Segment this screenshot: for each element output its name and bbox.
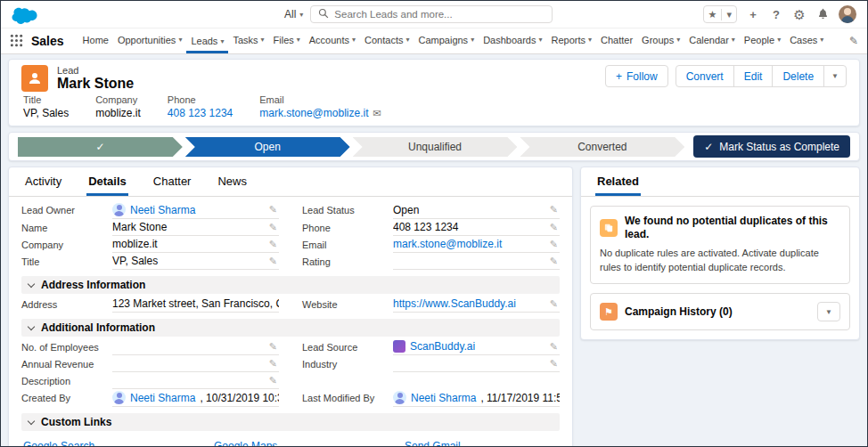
follow-button[interactable]: +Follow [605,65,668,87]
phone-link[interactable]: 408 123 1234 [168,107,233,119]
search-scope-dropdown[interactable]: All ▾ [284,8,303,20]
notifications-bell-icon[interactable] [815,8,830,21]
chevron-down-icon: ▾ [732,36,735,44]
nav-item-cases[interactable]: Cases▾ [785,28,828,54]
edit-pencil-icon[interactable]: ✎ [269,240,277,249]
edit-button[interactable]: Edit [733,65,774,87]
detail-tabs: Activity Details Chatter News [9,167,572,197]
nav-item-tasks[interactable]: Tasks▾ [228,28,268,54]
field-company: Company moblize.it✎ [21,238,279,253]
email-link[interactable]: mark.stone@moblize.it [393,238,502,250]
created-by-link[interactable]: Neeti Sharma [130,392,195,404]
section-custom-links[interactable]: Custom Links [21,413,560,431]
google-search-link[interactable]: Google Search [23,440,214,447]
edit-pencil-icon[interactable]: ✎ [269,342,277,352]
nav-item-reports[interactable]: Reports▾ [546,28,596,54]
edit-pencil-icon[interactable]: ✎ [550,256,558,266]
campaign-history-dropdown-button[interactable]: ▼ [817,302,840,321]
nav-item-dashboards[interactable]: Dashboards▾ [479,28,546,54]
edit-pencil-icon[interactable]: ✎ [550,223,558,232]
path-stage-open[interactable]: Open [185,137,350,157]
created-date: , 10/31/2019 10:37 PM [200,392,279,404]
google-maps-link[interactable]: Google Maps [214,440,405,447]
edit-pencil-icon[interactable]: ✎ [550,205,558,215]
nav-item-campaigns[interactable]: Campaigns▾ [414,28,479,54]
send-gmail-link[interactable]: Send Gmail [405,440,558,447]
campaign-history-title: Campaign History (0) [625,305,733,318]
field-rating: Rating ✎ [302,255,560,270]
nav-item-leads[interactable]: Leads▾ [186,28,228,53]
chevron-down-icon: ▾ [299,11,303,19]
edit-navigation-pencil-icon[interactable]: ✎ [844,35,858,47]
edit-pencil-icon[interactable]: ✎ [550,359,558,369]
nav-item-opportunities[interactable]: Opportunities▾ [113,28,186,54]
global-header: All ▾ ★ ▾ + ? ⚙ [1,1,867,28]
delete-button[interactable]: Delete [772,65,824,87]
last-modified-by-link[interactable]: Neeti Sharma [411,392,476,404]
chevron-down-icon: ▾ [538,36,542,44]
nav-item-chatter[interactable]: Chatter [596,28,637,54]
app-launcher-icon[interactable] [10,34,24,48]
chevron-down-icon [28,323,35,330]
search-input[interactable] [334,9,545,20]
nav-item-accounts[interactable]: Accounts▾ [305,28,360,54]
nav-item-groups[interactable]: Groups▾ [637,28,684,54]
global-actions-add-icon[interactable]: + [746,9,760,20]
email-link[interactable]: mark.stone@moblize.it [259,107,368,119]
salesforce-logo-icon [12,4,42,24]
chevron-down-icon: ▾ [588,36,592,44]
check-icon: ✓ [704,141,713,153]
nav-item-home[interactable]: Home [78,28,113,54]
lead-entity-icon [21,65,48,92]
tab-details[interactable]: Details [86,167,128,196]
chevron-down-icon: ▾ [676,36,680,44]
duplicates-title: We found no potential duplicates of this… [625,215,840,240]
more-actions-dropdown-button[interactable]: ▼ [823,65,847,87]
chevron-down-icon: ▾ [261,36,265,44]
path-stage-complete[interactable]: ✓ [18,137,183,157]
nav-item-calendar[interactable]: Calendar▾ [684,28,740,54]
website-link[interactable]: https://www.ScanBuddy.ai [393,297,516,310]
setup-gear-icon[interactable]: ⚙ [792,8,807,21]
owner-avatar [112,203,126,216]
path-stage-converted[interactable]: Converted [520,137,684,157]
chevron-down-icon: ▾ [777,36,781,44]
lead-source-link[interactable]: ScanBuddy.ai [410,340,475,353]
edit-pencil-icon[interactable]: ✎ [550,240,558,249]
duplicates-body: No duplicate rules are activated. Activa… [600,247,840,275]
chevron-down-icon [28,280,35,288]
edit-pencil-icon[interactable]: ✎ [269,256,277,266]
nav-item-contacts[interactable]: Contacts▾ [360,28,414,54]
path-stage-unqualified[interactable]: Unqualified [353,137,518,157]
record-header-card: Lead Mark Stone +Follow Convert Edit Del… [8,59,860,126]
campaign-history-card: ⚑ Campaign History (0) ▼ [590,293,850,330]
edit-pencil-icon[interactable]: ✎ [269,205,277,215]
edit-pencil-icon[interactable]: ✎ [550,342,558,352]
edit-pencil-icon[interactable]: ✎ [269,376,277,386]
nav-item-people[interactable]: People▾ [740,28,785,54]
field-description: Description ✎ [21,374,279,389]
lead-status-path: ✓ Open Unqualified Converted [18,137,684,157]
tab-news[interactable]: News [216,167,249,196]
tab-chatter[interactable]: Chatter [151,167,193,196]
record-actions: +Follow Convert Edit Delete ▼ [605,65,847,87]
section-additional-information[interactable]: Additional Information [21,319,560,337]
tab-related[interactable]: Related [595,167,641,196]
user-avatar[interactable] [839,5,856,23]
section-address-information[interactable]: Address Information [21,276,560,294]
nav-item-files[interactable]: Files▾ [269,28,305,54]
duplicate-icon [600,219,618,237]
field-lead-source: Lead Source ScanBuddy.ai✎ [302,340,560,355]
edit-pencil-icon[interactable]: ✎ [269,223,277,232]
lead-owner-link[interactable]: Neeti Sharma [130,204,195,216]
edit-pencil-icon[interactable]: ✎ [550,299,558,309]
convert-button[interactable]: Convert [676,65,734,87]
mark-status-complete-button[interactable]: ✓Mark Status as Complete [693,135,850,158]
highlight-email: Email mark.stone@moblize.it✉ [259,94,381,119]
duplicates-card: We found no potential duplicates of this… [590,206,850,284]
favorites-star-icon[interactable]: ★ [704,9,723,20]
edit-pencil-icon[interactable]: ✎ [269,359,277,369]
help-icon[interactable]: ? [769,9,783,20]
favorites-dropdown-icon[interactable]: ▾ [722,9,736,20]
tab-activity[interactable]: Activity [23,167,63,196]
